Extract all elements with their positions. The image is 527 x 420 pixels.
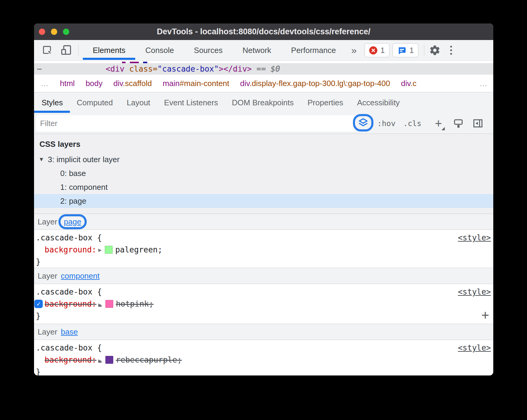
color-swatch[interactable] xyxy=(105,246,113,254)
tab-performance[interactable]: Performance xyxy=(281,40,346,60)
layer-label: Layer xyxy=(38,271,57,281)
tab-network[interactable]: Network xyxy=(232,40,281,60)
issues-count-badge[interactable]: 1 xyxy=(392,43,419,57)
minimize-window-button[interactable] xyxy=(51,29,57,35)
rule-property-line[interactable]: background:▶ rebeccapurple; xyxy=(34,354,493,366)
traffic-lights xyxy=(39,23,69,40)
tab-sources[interactable]: Sources xyxy=(184,40,232,60)
rendering-brush-icon[interactable] xyxy=(453,113,464,134)
dom-equals: == xyxy=(252,64,271,73)
tab-styles[interactable]: Styles xyxy=(34,92,70,113)
message-icon xyxy=(397,46,407,55)
insert-style-rule-button[interactable]: + xyxy=(482,309,489,321)
tab-console[interactable]: Console xyxy=(135,40,184,60)
breadcrumb-div-display-flex[interactable]: div.display-flex.gap-top-300.lg\:gap-top… xyxy=(240,79,390,88)
more-tabs-icon[interactable]: » xyxy=(346,45,362,56)
layer-label: Layer xyxy=(38,327,57,337)
window-title: DevTools - localhost:8080/docs/devtools/… xyxy=(34,27,493,36)
layers-item-page[interactable]: 2: page xyxy=(34,194,493,208)
devtools-window: DevTools - localhost:8080/docs/devtools/… xyxy=(34,23,493,375)
css-layers-toggle-highlight-ring[interactable] xyxy=(353,114,373,131)
tab-console-label: Console xyxy=(145,46,174,55)
property-value: hotpink; xyxy=(116,299,154,308)
dom-attr-name: class= xyxy=(124,64,157,73)
rule-close-brace-line: } xyxy=(34,366,493,375)
layers-tree-root[interactable]: ▼ 3: implicit outer layer xyxy=(34,153,493,166)
tab-network-label: Network xyxy=(242,46,271,55)
rule-property-line[interactable]: ✓ background:▶ hotpink; xyxy=(34,298,493,310)
style-source-link[interactable]: <style> xyxy=(458,287,491,296)
property-enabled-checkbox[interactable]: ✓ xyxy=(34,300,43,308)
breadcrumb-overflow-ellipsis[interactable]: … xyxy=(479,79,488,88)
tab-dom-breakpoints[interactable]: DOM Breakpoints xyxy=(225,92,301,113)
toggle-sidebar-icon[interactable] xyxy=(472,113,484,134)
layers-item-component[interactable]: 1: component xyxy=(34,180,493,194)
dom-ellipsis[interactable]: ⋯ xyxy=(34,64,42,73)
filter-input[interactable]: Filter xyxy=(36,115,356,131)
device-toolbar-icon[interactable] xyxy=(57,40,78,60)
tab-event-listeners[interactable]: Event Listeners xyxy=(157,92,225,113)
tab-properties[interactable]: Properties xyxy=(301,92,350,113)
error-count-badge[interactable]: 1 xyxy=(364,43,389,57)
title-bar: DevTools - localhost:8080/docs/devtools/… xyxy=(34,23,493,40)
property-name: background: xyxy=(45,355,96,364)
color-swatch[interactable] xyxy=(105,356,113,364)
style-source-link[interactable]: <style> xyxy=(458,343,491,352)
dom-selected-element-row[interactable]: ⋯ <div class="cascade-box"></div> == $0 xyxy=(34,63,493,75)
breadcrumb-body[interactable]: body xyxy=(86,79,102,88)
color-swatch[interactable] xyxy=(105,300,113,308)
layer-component-link[interactable]: component xyxy=(61,271,100,281)
rule-selector-line[interactable]: .cascade-box { <style> xyxy=(34,342,493,354)
expand-arrow-icon[interactable]: ▶ xyxy=(98,301,101,308)
toggle-class-button[interactable]: .cls xyxy=(403,113,421,134)
expand-arrow-icon[interactable]: ▶ xyxy=(98,246,101,253)
dom-tag-open: <div xyxy=(106,64,125,73)
breadcrumb-div-scaffold[interactable]: div.scaffold xyxy=(114,79,152,88)
layer-page-header: Layer page xyxy=(34,214,493,230)
layer-base-header: Layer base xyxy=(34,324,493,340)
property-value: rebeccapurple; xyxy=(116,355,182,364)
layer-page-link[interactable]: page xyxy=(64,217,81,227)
error-count: 1 xyxy=(380,46,385,55)
tab-layout[interactable]: Layout xyxy=(120,92,157,113)
layer-label: Layer xyxy=(38,217,57,227)
rule-selector: .cascade-box { xyxy=(36,287,102,296)
rule-selector-line[interactable]: .cascade-box { <style> xyxy=(34,286,493,298)
close-window-button[interactable] xyxy=(39,29,45,35)
error-icon xyxy=(369,46,377,54)
expand-arrow-icon[interactable]: ▶ xyxy=(98,357,101,364)
css-layers-icon[interactable] xyxy=(358,117,369,128)
tab-accessibility[interactable]: Accessibility xyxy=(350,92,407,113)
rule-selector: .cascade-box { xyxy=(36,343,102,352)
toolbar-divider xyxy=(78,45,79,56)
zoom-window-button[interactable] xyxy=(63,29,69,35)
breadcrumb-main-content[interactable]: main#main-content xyxy=(163,79,229,88)
settings-gear-icon[interactable] xyxy=(429,40,441,60)
rule-component-cascade-box: .cascade-box { <style> ✓ background:▶ ho… xyxy=(34,284,493,324)
new-style-rule-button[interactable]: + xyxy=(432,113,445,134)
inspect-element-icon[interactable] xyxy=(34,40,57,60)
style-source-link[interactable]: <style> xyxy=(458,233,491,242)
devtools-toolbar: Elements Console Sources Network Perform… xyxy=(34,40,493,61)
kebab-menu-icon[interactable] xyxy=(448,46,454,55)
tab-elements[interactable]: Elements xyxy=(83,40,135,60)
rule-selector: .cascade-box { xyxy=(36,233,102,242)
layer-component-header: Layer component xyxy=(34,268,493,284)
layers-item-base[interactable]: 0: base xyxy=(34,166,493,180)
overridden-property: background:▶ xyxy=(45,355,105,364)
dom-element-code: <div class="cascade-box"></div> == $0 xyxy=(106,64,280,73)
dom-attr-value: "cascade-box" xyxy=(157,64,219,73)
rule-property-line[interactable]: background: ▶ palegreen; xyxy=(34,244,493,256)
breadcrumb-html[interactable]: html xyxy=(60,79,75,88)
toggle-hover-state-button[interactable]: :hov xyxy=(377,113,395,134)
toolbar-divider xyxy=(424,45,424,56)
layer-base-link[interactable]: base xyxy=(61,327,78,337)
overridden-property: background:▶ xyxy=(45,299,105,308)
chevron-down-icon[interactable]: ▼ xyxy=(39,156,44,163)
tab-elements-label: Elements xyxy=(93,46,125,55)
rule-close-brace-line: } xyxy=(34,256,493,268)
breadcrumb-ellipsis[interactable]: … xyxy=(41,79,49,88)
tab-computed[interactable]: Computed xyxy=(70,92,120,113)
rule-selector-line[interactable]: .cascade-box { <style> xyxy=(34,232,493,244)
breadcrumb-div-clipped[interactable]: div.c xyxy=(401,79,416,88)
